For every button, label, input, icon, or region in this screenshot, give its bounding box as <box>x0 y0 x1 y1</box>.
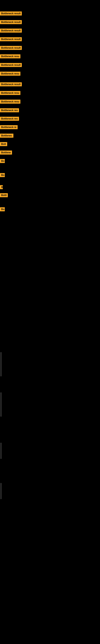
bottleneck-label-15: Bottlenec <box>0 134 13 138</box>
bottleneck-result-row-4: Bottleneck result <box>0 37 22 42</box>
bottleneck-label-6: Bottleneck resu <box>0 54 20 58</box>
bottleneck-label-5: Bottleneck result <box>0 46 22 50</box>
bottleneck-result-row-7: Bottleneck result <box>0 63 22 68</box>
bottleneck-result-row-5: Bottleneck result <box>0 46 22 51</box>
site-title <box>0 0 100 2</box>
bottleneck-result-row-16: Bott <box>0 142 7 147</box>
bottleneck-result-row-13: Bottleneck res <box>0 117 19 122</box>
bottleneck-result-row-3: Bottleneck result <box>0 28 22 34</box>
bottleneck-result-row-10: Bottleneck resu <box>0 91 20 96</box>
bottleneck-label-3: Bottleneck result <box>0 28 22 32</box>
bottleneck-label-17: Bottlene <box>0 150 12 154</box>
bottleneck-label-16: Bott <box>0 142 7 146</box>
bottleneck-result-row-20: B <box>0 185 3 190</box>
vertical-line-1 <box>1 352 1 376</box>
bottleneck-label-12: Bottleneck res <box>0 108 19 112</box>
bottleneck-result-row-14: Bottleneck re <box>0 125 18 130</box>
bottleneck-result-row-19: Bo <box>0 173 5 178</box>
bottleneck-label-9: Bottleneck result <box>0 82 22 86</box>
bottleneck-result-row-6: Bottleneck resu <box>0 54 20 59</box>
vertical-line-4 <box>1 483 1 499</box>
bottleneck-label-21: Bottl <box>0 193 8 197</box>
bottleneck-result-row-11: Bottleneck resu <box>0 100 20 104</box>
bottleneck-label-22: Bo <box>0 207 5 211</box>
bottleneck-result-row-8: Bottleneck resu <box>0 72 20 76</box>
bottleneck-result-row-18: Bo <box>0 159 5 164</box>
bottleneck-result-row-17: Bottlene <box>0 150 12 155</box>
bottleneck-result-row-21: Bottl <box>0 193 8 198</box>
bottleneck-result-row-1: Bottleneck result <box>0 12 22 16</box>
bottleneck-label-13: Bottleneck res <box>0 117 19 121</box>
bottleneck-result-row-2: Bottleneck result <box>0 20 22 25</box>
bottleneck-result-row-22: Bo <box>0 207 5 212</box>
vertical-line-2 <box>1 392 1 416</box>
bottleneck-label-10: Bottleneck resu <box>0 91 20 95</box>
bottleneck-label-11: Bottleneck resu <box>0 100 20 104</box>
bottleneck-label-1: Bottleneck result <box>0 12 22 16</box>
bottleneck-label-2: Bottleneck result <box>0 20 22 24</box>
bottleneck-result-row-12: Bottleneck res <box>0 108 19 113</box>
bottleneck-label-14: Bottleneck re <box>0 125 18 129</box>
bottleneck-result-row-9: Bottleneck result <box>0 82 22 87</box>
vertical-line-3 <box>1 443 1 459</box>
bottleneck-label-7: Bottleneck result <box>0 63 22 67</box>
bottleneck-label-20: B <box>0 185 3 189</box>
bottleneck-label-18: Bo <box>0 159 5 163</box>
bottleneck-result-row-15: Bottlenec <box>0 134 13 138</box>
bottleneck-label-19: Bo <box>0 173 5 177</box>
bottleneck-label-8: Bottleneck resu <box>0 72 20 76</box>
bottleneck-label-4: Bottleneck result <box>0 37 22 41</box>
